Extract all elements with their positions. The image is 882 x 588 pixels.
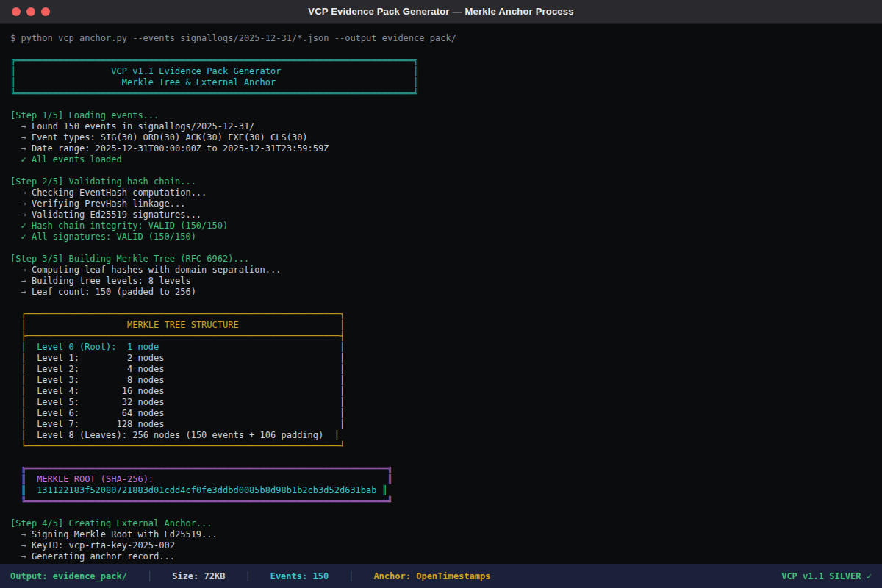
status-separator: │ — [245, 571, 250, 581]
status-version-badge: VCP v1.1 SILVER ✓ — [781, 571, 872, 581]
merkle-root-box: ╔═══════════════════════════════════════… — [10, 463, 882, 507]
step-header: [Step 1/5] Loading events... — [10, 110, 882, 121]
status-anchor-service: Anchor: OpenTimestamps — [373, 571, 490, 581]
tree-box-border: ├───────────────────────────────────────… — [10, 331, 882, 342]
step-header: [Step 2/5] Validating hash chain... — [10, 176, 882, 187]
status-output-path: Output: evidence_pack/ — [10, 571, 127, 581]
blank-line — [10, 44, 882, 55]
status-bar-left: Output: evidence_pack/ │ Size: 72KB │ Ev… — [10, 571, 490, 581]
step-info-line: → Computing leaf hashes with domain sepa… — [10, 265, 882, 276]
tree-level-row: │ Level 5: 32 nodes │ — [10, 397, 882, 408]
terminal-output[interactable]: $ python vcp_anchor.py --events signallo… — [0, 24, 882, 564]
root-box-border: ╔═══════════════════════════════════════… — [10, 463, 882, 474]
step-info-line: → Verifying PrevHash linkage... — [10, 198, 882, 209]
tree-level-row: │ Level 7: 128 nodes │ — [10, 419, 882, 430]
tree-level-row: │ Level 3: 8 nodes │ — [10, 375, 882, 386]
tree-level-row: │ Level 8 (Leaves): 256 nodes (150 event… — [10, 430, 882, 441]
status-separator: │ — [348, 571, 354, 581]
tree-level-row: │ Level 6: 64 nodes │ — [10, 408, 882, 419]
banner-box: ╔═══════════════════════════════════════… — [10, 55, 882, 99]
command-text: $ python vcp_anchor.py --events signallo… — [10, 33, 882, 44]
tree-box-title: │ MERKLE TREE STRUCTURE │ — [10, 320, 882, 331]
window-title: VCP Evidence Pack Generator — Merkle Anc… — [308, 6, 573, 17]
maximize-window-button[interactable] — [41, 7, 50, 16]
status-separator: │ — [147, 571, 152, 581]
merkle-root-label: ║ MERKLE ROOT (SHA-256): ║ — [10, 474, 882, 485]
step-header: [Step 3/5] Building Merkle Tree (RFC 696… — [10, 254, 882, 265]
root-box-border: ╚═══════════════════════════════════════… — [10, 496, 882, 507]
close-window-button[interactable] — [12, 7, 21, 16]
step-block-1: [Step 1/5] Loading events... → Found 150… — [10, 110, 882, 165]
banner-text: ║ Merkle Tree & External Anchor ║ — [10, 77, 882, 88]
terminal-window: VCP Evidence Pack Generator — Merkle Anc… — [0, 0, 882, 588]
step-block-3: [Step 3/5] Building Merkle Tree (RFC 696… — [10, 254, 882, 298]
blank-line — [10, 507, 882, 518]
blank-line — [10, 165, 882, 176]
window-controls — [12, 0, 50, 24]
banner-text: ║ VCP v1.1 Evidence Pack Generator ║ — [10, 66, 882, 77]
step-info-line: → KeyID: vcp-rta-key-2025-002 — [10, 540, 882, 551]
tree-box-border: └───────────────────────────────────────… — [10, 441, 882, 452]
status-bar: Output: evidence_pack/ │ Size: 72KB │ Ev… — [0, 564, 882, 588]
step-info-line: → Found 150 events in signallogs/2025-12… — [10, 121, 882, 132]
banner-border: ╔═══════════════════════════════════════… — [10, 55, 882, 66]
command-line: $ python vcp_anchor.py --events signallo… — [10, 33, 882, 44]
blank-line — [10, 99, 882, 110]
step-info-line: → Checking EventHash computation... — [10, 187, 882, 198]
step-info-line: → Generating anchor record... — [10, 551, 882, 562]
tree-level-row: │ Level 2: 4 nodes │ — [10, 364, 882, 375]
blank-line — [10, 452, 882, 463]
step-info-line: → Leaf count: 150 (padded to 256) — [10, 287, 882, 298]
tree-level-row: │ Level 0 (Root): 1 node │ — [10, 342, 882, 353]
step-success-line: ✓ Hash chain integrity: VALID (150/150) — [10, 220, 882, 232]
tree-level-row: │ Level 1: 2 nodes │ — [10, 353, 882, 364]
step-success-line: ✓ All signatures: VALID (150/150) — [10, 232, 882, 243]
step-info-line: → Event types: SIG(30) ORD(30) ACK(30) E… — [10, 132, 882, 143]
blank-line — [10, 298, 882, 309]
step-success-line: ✓ All events loaded — [10, 154, 882, 165]
tree-box-border: ┌───────────────────────────────────────… — [10, 309, 882, 320]
banner-border: ╚═══════════════════════════════════════… — [10, 88, 882, 99]
tree-level-row: │ Level 4: 16 nodes │ — [10, 386, 882, 397]
step-block-2: [Step 2/5] Validating hash chain... → Ch… — [10, 176, 882, 243]
status-event-count: Events: 150 — [270, 571, 329, 581]
merkle-tree-box: ┌───────────────────────────────────────… — [10, 309, 882, 452]
step-info-line: → Date range: 2025-12-31T00:00:00Z to 20… — [10, 143, 882, 154]
step-info-line: → Building tree levels: 8 levels — [10, 276, 882, 287]
step-block-4: [Step 4/5] Creating External Anchor... →… — [10, 518, 882, 562]
status-pack-size: Size: 72KB — [172, 571, 225, 581]
terminal-lines: $ python vcp_anchor.py --events signallo… — [10, 33, 882, 562]
step-header: [Step 4/5] Creating External Anchor... — [10, 518, 882, 529]
step-info-line: → Validating Ed25519 signatures... — [10, 209, 882, 220]
blank-line — [10, 243, 882, 254]
merkle-root-hash: ║ 131122183f52080721883d01cdd4cf0fe3ddbd… — [10, 485, 882, 496]
titlebar: VCP Evidence Pack Generator — Merkle Anc… — [0, 0, 882, 24]
step-info-line: → Signing Merkle Root with Ed25519... — [10, 529, 882, 540]
minimize-window-button[interactable] — [26, 7, 35, 16]
